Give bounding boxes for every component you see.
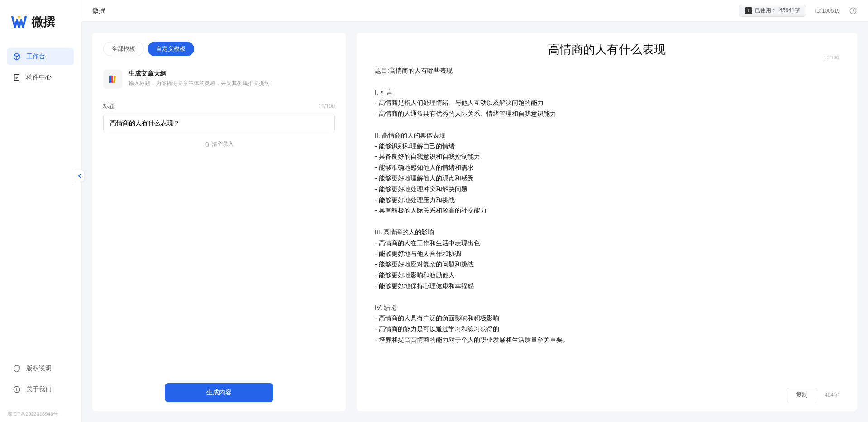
copy-button[interactable]: 复制	[787, 388, 817, 402]
sidebar-collapse-handle[interactable]	[75, 170, 84, 182]
usage-label: 已使用：	[755, 7, 777, 14]
logo-icon	[11, 14, 27, 30]
nav-drafts[interactable]: 稿件中心	[7, 69, 74, 86]
trash-icon	[205, 142, 210, 147]
clear-input-button[interactable]: 清空录入	[205, 140, 234, 148]
doc-icon	[13, 73, 21, 81]
sidebar: 微撰 工作台 稿件中心 版权说明 关于我们 鄂ICP备2022016946号	[0, 0, 81, 422]
tab-custom-template[interactable]: 自定义模板	[148, 42, 194, 56]
logo: 微撰	[0, 0, 81, 48]
svg-rect-9	[109, 76, 111, 83]
template-icon	[103, 70, 122, 89]
generate-button[interactable]: 生成内容	[165, 383, 273, 402]
cube-icon	[13, 52, 21, 61]
nav-copyright[interactable]: 版权说明	[7, 360, 74, 377]
shield-icon	[13, 365, 21, 373]
svg-rect-10	[111, 76, 113, 83]
input-panel: 全部模板 自定义模板 生成文章大纲 输入标题，为你提供文章主体的灵感，并为其创建…	[92, 33, 346, 411]
user-id: ID:100519	[815, 8, 840, 14]
output-body[interactable]: 题目:高情商的人有哪些表现 I. 引言 - 高情商是指人们处理情绪、与他人互动以…	[375, 66, 839, 381]
topbar-title: 微撰	[92, 7, 739, 15]
template-tabs: 全部模板 自定义模板	[103, 42, 335, 56]
topbar: 微撰 T 已使用： 45641字 ID:100519	[81, 0, 868, 22]
nav-list: 工作台 稿件中心	[0, 48, 81, 360]
nav-label: 工作台	[26, 52, 45, 61]
nav-about[interactable]: 关于我们	[7, 381, 74, 398]
usage-icon: T	[745, 7, 752, 14]
usage-chip[interactable]: T 已使用： 45641字	[739, 5, 806, 17]
title-field-count: 11/100	[318, 103, 335, 109]
clear-label: 清空录入	[212, 140, 234, 148]
output-panel: 高情商的人有什么表现 10/100 题目:高情商的人有哪些表现 I. 引言 - …	[357, 33, 857, 411]
brand-name: 微撰	[32, 14, 55, 30]
chevron-left-icon	[77, 173, 82, 179]
output-char-count: 404字	[825, 391, 839, 399]
nav-label: 版权说明	[26, 365, 52, 373]
power-icon[interactable]	[849, 7, 857, 15]
template-title: 生成文章大纲	[129, 70, 270, 78]
svg-point-6	[17, 388, 17, 389]
tab-all-templates[interactable]: 全部模板	[103, 42, 144, 56]
nav-label: 稿件中心	[26, 73, 52, 81]
title-field-label: 标题	[103, 102, 115, 110]
title-input[interactable]	[103, 114, 335, 133]
svg-rect-11	[113, 76, 116, 83]
nav-label: 关于我们	[26, 385, 52, 394]
info-icon	[13, 385, 21, 394]
icp-text: 鄂ICP备2022016946号	[0, 411, 81, 422]
template-desc: 输入标题，为你提供文章主体的灵感，并为其创建推文提纲	[129, 80, 270, 87]
template-card: 生成文章大纲 输入标题，为你提供文章主体的灵感，并为其创建推文提纲	[103, 65, 335, 98]
output-title: 高情商的人有什么表现	[375, 42, 839, 57]
usage-value: 45641字	[779, 7, 800, 14]
nav-bottom: 版权说明 关于我们	[0, 360, 81, 411]
nav-workbench[interactable]: 工作台	[7, 48, 74, 65]
books-icon	[107, 74, 118, 85]
output-title-count: 10/100	[824, 55, 839, 60]
